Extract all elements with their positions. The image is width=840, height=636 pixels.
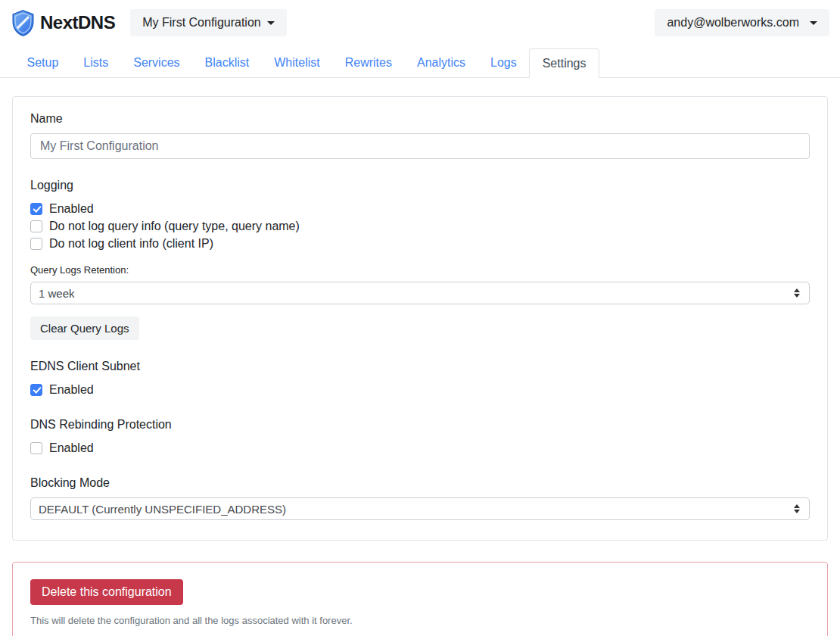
name-section: Name	[30, 112, 810, 159]
settings-card: Name Logging Enabled Do not log query in…	[12, 96, 828, 541]
clear-query-logs-button[interactable]: Clear Query Logs	[30, 316, 139, 340]
main-nav-tabs: Setup Lists Services Blacklist Whitelist…	[0, 48, 840, 78]
retention-select[interactable]: 1 week	[30, 282, 810, 304]
tab-blacklist[interactable]: Blacklist	[192, 48, 262, 77]
tab-analytics[interactable]: Analytics	[404, 48, 478, 77]
chevron-down-icon	[810, 21, 817, 25]
edns-label: EDNS Client Subnet	[30, 360, 810, 373]
retention-select-value: 1 week	[39, 287, 75, 300]
account-menu-button[interactable]: andy@wolberworks.com	[655, 9, 829, 36]
blocking-mode-label: Blocking Mode	[30, 476, 810, 490]
danger-zone-card: Delete this configuration This will dele…	[12, 562, 828, 636]
retention-label: Query Logs Retention:	[30, 264, 810, 276]
configuration-selector-label: My First Configuration	[142, 16, 261, 30]
select-arrows-icon	[794, 288, 800, 298]
account-email: andy@wolberworks.com	[667, 16, 799, 30]
configuration-name-input[interactable]	[30, 133, 810, 159]
blocking-mode-select[interactable]: DEFAULT (Currently UNSPECIFIED_ADDRESS)	[30, 497, 810, 520]
page-content: Name Logging Enabled Do not log query in…	[0, 96, 840, 636]
rebinding-enabled-checkbox[interactable]	[30, 442, 42, 454]
delete-warning-text: This will delete the configuration and a…	[30, 615, 810, 626]
logging-label: Logging	[30, 179, 810, 192]
no-client-info-checkbox[interactable]	[30, 238, 42, 250]
logging-enabled-row: Enabled	[30, 200, 810, 217]
checkbox-label: Do not log query info (query type, query…	[49, 220, 300, 233]
app-header: NextDNS My First Configuration andy@wolb…	[0, 0, 840, 45]
tab-rewrites[interactable]: Rewrites	[332, 48, 404, 77]
chevron-down-icon	[267, 21, 275, 25]
tab-logs[interactable]: Logs	[478, 48, 529, 77]
no-query-info-row: Do not log query info (query type, query…	[30, 217, 810, 235]
select-arrows-icon	[794, 504, 800, 513]
tab-settings[interactable]: Settings	[529, 48, 599, 78]
blocking-mode-section: Blocking Mode DEFAULT (Currently UNSPECI…	[30, 476, 810, 520]
edns-enabled-row: Enabled	[30, 381, 810, 398]
logging-enabled-checkbox[interactable]	[30, 203, 42, 215]
edns-enabled-checkbox[interactable]	[30, 384, 42, 396]
tab-services[interactable]: Services	[121, 48, 192, 77]
brand-name: NextDNS	[40, 12, 115, 33]
edns-section: EDNS Client Subnet Enabled	[30, 360, 810, 398]
delete-configuration-button[interactable]: Delete this configuration	[30, 579, 183, 605]
tab-setup[interactable]: Setup	[14, 48, 71, 77]
name-label: Name	[30, 112, 810, 126]
brand-logo[interactable]: NextDNS	[11, 9, 115, 37]
checkbox-label: Enabled	[49, 441, 94, 455]
blocking-mode-select-value: DEFAULT (Currently UNSPECIFIED_ADDRESS)	[39, 503, 286, 516]
tab-whitelist[interactable]: Whitelist	[262, 48, 332, 77]
configuration-selector[interactable]: My First Configuration	[130, 9, 287, 36]
no-client-info-row: Do not log client info (client IP)	[30, 235, 810, 252]
shield-icon	[11, 9, 36, 37]
rebinding-label: DNS Rebinding Protection	[30, 418, 810, 432]
rebinding-section: DNS Rebinding Protection Enabled	[30, 418, 810, 457]
checkbox-label: Enabled	[49, 202, 94, 216]
rebinding-enabled-row: Enabled	[30, 439, 810, 457]
logging-section: Logging Enabled Do not log query info (q…	[30, 179, 810, 340]
tab-lists[interactable]: Lists	[71, 48, 121, 77]
checkbox-label: Do not log client info (client IP)	[49, 237, 213, 251]
checkbox-label: Enabled	[49, 383, 94, 397]
no-query-info-checkbox[interactable]	[30, 220, 42, 232]
